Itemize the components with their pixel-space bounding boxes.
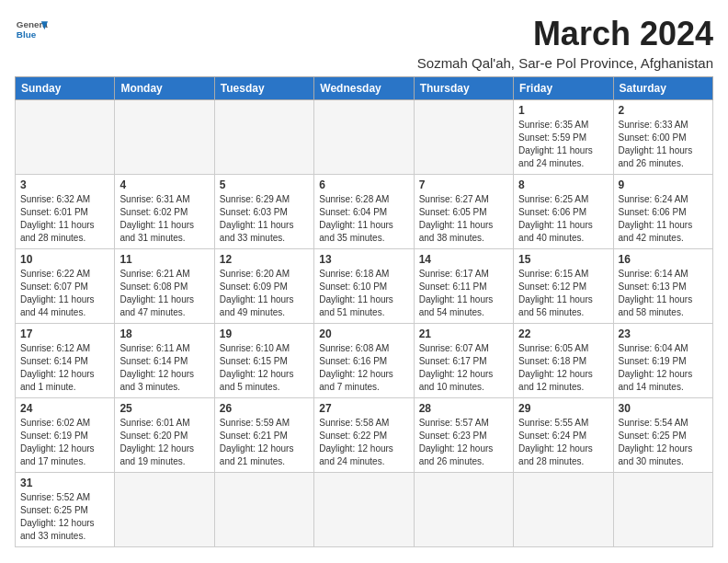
calendar-cell: 24Sunrise: 6:02 AM Sunset: 6:19 PM Dayli… (16, 398, 115, 473)
calendar-cell (16, 100, 115, 175)
calendar-cell (314, 100, 414, 175)
day-number: 10 (20, 253, 109, 266)
day-number: 13 (319, 253, 408, 266)
calendar-cell (414, 473, 513, 547)
day-info: Sunrise: 6:24 AM Sunset: 6:06 PM Dayligh… (619, 193, 708, 245)
calendar-cell: 23Sunrise: 6:04 AM Sunset: 6:19 PM Dayli… (613, 324, 712, 398)
day-number: 4 (119, 178, 209, 191)
day-number: 6 (319, 178, 408, 191)
calendar-cell (613, 473, 712, 547)
day-number: 19 (220, 327, 309, 340)
calendar-week-3: 10Sunrise: 6:22 AM Sunset: 6:07 PM Dayli… (16, 249, 713, 324)
logo: 🌐 General Blue (15, 15, 48, 48)
calendar-cell (414, 100, 513, 175)
day-header-tuesday: Tuesday (214, 77, 313, 100)
calendar-week-5: 24Sunrise: 6:02 AM Sunset: 6:19 PM Dayli… (16, 398, 713, 473)
calendar-cell: 10Sunrise: 6:22 AM Sunset: 6:07 PM Dayli… (16, 249, 115, 324)
calendar-cell: 11Sunrise: 6:21 AM Sunset: 6:08 PM Dayli… (115, 249, 214, 324)
calendar-cell: 17Sunrise: 6:12 AM Sunset: 6:14 PM Dayli… (16, 324, 115, 398)
calendar-week-6: 31Sunrise: 5:52 AM Sunset: 6:25 PM Dayli… (16, 473, 713, 547)
day-number: 18 (119, 327, 209, 340)
location-subtitle: Sozmah Qal'ah, Sar-e Pol Province, Afgha… (417, 55, 713, 71)
day-info: Sunrise: 6:35 AM Sunset: 5:59 PM Dayligh… (518, 119, 608, 170)
day-number: 25 (119, 402, 209, 415)
day-info: Sunrise: 6:32 AM Sunset: 6:01 PM Dayligh… (20, 193, 109, 245)
calendar-week-1: 1Sunrise: 6:35 AM Sunset: 5:59 PM Daylig… (16, 100, 713, 175)
day-number: 28 (419, 402, 508, 415)
day-header-sunday: Sunday (16, 77, 115, 100)
calendar-cell: 15Sunrise: 6:15 AM Sunset: 6:12 PM Dayli… (514, 249, 613, 324)
calendar-header-row: SundayMondayTuesdayWednesdayThursdayFrid… (16, 77, 713, 100)
calendar-cell: 6Sunrise: 6:28 AM Sunset: 6:04 PM Daylig… (314, 175, 414, 249)
day-number: 15 (518, 253, 608, 266)
day-header-saturday: Saturday (613, 77, 712, 100)
day-info: Sunrise: 6:15 AM Sunset: 6:12 PM Dayligh… (518, 268, 608, 319)
day-info: Sunrise: 6:31 AM Sunset: 6:02 PM Dayligh… (119, 193, 209, 245)
calendar-cell: 4Sunrise: 6:31 AM Sunset: 6:02 PM Daylig… (115, 175, 214, 249)
day-number: 29 (518, 402, 608, 415)
day-info: Sunrise: 6:14 AM Sunset: 6:13 PM Dayligh… (619, 268, 708, 319)
day-info: Sunrise: 6:20 AM Sunset: 6:09 PM Dayligh… (220, 268, 309, 319)
day-info: Sunrise: 6:02 AM Sunset: 6:19 PM Dayligh… (20, 417, 109, 468)
day-header-monday: Monday (115, 77, 214, 100)
day-header-thursday: Thursday (414, 77, 513, 100)
month-year-title: March 2024 (417, 15, 713, 53)
day-number: 3 (20, 178, 109, 191)
calendar-cell: 2Sunrise: 6:33 AM Sunset: 6:00 PM Daylig… (613, 100, 712, 175)
day-info: Sunrise: 5:52 AM Sunset: 6:25 PM Dayligh… (20, 491, 109, 543)
day-info: Sunrise: 6:04 AM Sunset: 6:19 PM Dayligh… (619, 342, 708, 394)
calendar-cell: 8Sunrise: 6:25 AM Sunset: 6:06 PM Daylig… (514, 175, 613, 249)
day-info: Sunrise: 5:58 AM Sunset: 6:22 PM Dayligh… (319, 417, 408, 468)
calendar-table: SundayMondayTuesdayWednesdayThursdayFrid… (15, 76, 713, 547)
day-info: Sunrise: 6:27 AM Sunset: 6:05 PM Dayligh… (419, 193, 508, 245)
day-info: Sunrise: 6:11 AM Sunset: 6:14 PM Dayligh… (119, 342, 209, 394)
logo-icon: 🌐 General Blue (15, 15, 48, 48)
calendar-cell (115, 100, 214, 175)
calendar-week-2: 3Sunrise: 6:32 AM Sunset: 6:01 PM Daylig… (16, 175, 713, 249)
calendar-cell: 16Sunrise: 6:14 AM Sunset: 6:13 PM Dayli… (613, 249, 712, 324)
day-info: Sunrise: 6:28 AM Sunset: 6:04 PM Dayligh… (319, 193, 408, 245)
calendar-cell: 12Sunrise: 6:20 AM Sunset: 6:09 PM Dayli… (214, 249, 313, 324)
calendar-cell: 1Sunrise: 6:35 AM Sunset: 5:59 PM Daylig… (514, 100, 613, 175)
day-number: 30 (619, 402, 708, 415)
day-info: Sunrise: 6:01 AM Sunset: 6:20 PM Dayligh… (119, 417, 209, 468)
calendar-cell: 25Sunrise: 6:01 AM Sunset: 6:20 PM Dayli… (115, 398, 214, 473)
day-info: Sunrise: 6:33 AM Sunset: 6:00 PM Dayligh… (619, 119, 708, 170)
calendar-cell: 19Sunrise: 6:10 AM Sunset: 6:15 PM Dayli… (214, 324, 313, 398)
page-header: 🌐 General Blue March 2024 Sozmah Qal'ah,… (15, 15, 713, 71)
day-number: 31 (20, 477, 109, 489)
day-info: Sunrise: 5:59 AM Sunset: 6:21 PM Dayligh… (220, 417, 309, 468)
day-info: Sunrise: 6:10 AM Sunset: 6:15 PM Dayligh… (220, 342, 309, 394)
day-info: Sunrise: 5:57 AM Sunset: 6:23 PM Dayligh… (419, 417, 508, 468)
day-number: 26 (220, 402, 309, 415)
day-number: 14 (419, 253, 508, 266)
day-info: Sunrise: 6:17 AM Sunset: 6:11 PM Dayligh… (419, 268, 508, 319)
calendar-cell (214, 100, 313, 175)
day-info: Sunrise: 6:05 AM Sunset: 6:18 PM Dayligh… (518, 342, 608, 394)
day-info: Sunrise: 5:54 AM Sunset: 6:25 PM Dayligh… (619, 417, 708, 468)
calendar-cell: 22Sunrise: 6:05 AM Sunset: 6:18 PM Dayli… (514, 324, 613, 398)
day-number: 9 (619, 178, 708, 191)
calendar-cell (514, 473, 613, 547)
calendar-cell: 7Sunrise: 6:27 AM Sunset: 6:05 PM Daylig… (414, 175, 513, 249)
day-info: Sunrise: 6:07 AM Sunset: 6:17 PM Dayligh… (419, 342, 508, 394)
calendar-cell: 31Sunrise: 5:52 AM Sunset: 6:25 PM Dayli… (16, 473, 115, 547)
calendar-cell: 20Sunrise: 6:08 AM Sunset: 6:16 PM Dayli… (314, 324, 414, 398)
calendar-cell: 5Sunrise: 6:29 AM Sunset: 6:03 PM Daylig… (214, 175, 313, 249)
day-number: 22 (518, 327, 608, 340)
calendar-cell: 27Sunrise: 5:58 AM Sunset: 6:22 PM Dayli… (314, 398, 414, 473)
day-info: Sunrise: 6:25 AM Sunset: 6:06 PM Dayligh… (518, 193, 608, 245)
day-number: 2 (619, 104, 708, 117)
calendar-cell: 18Sunrise: 6:11 AM Sunset: 6:14 PM Dayli… (115, 324, 214, 398)
day-info: Sunrise: 6:12 AM Sunset: 6:14 PM Dayligh… (20, 342, 109, 394)
calendar-cell (115, 473, 214, 547)
day-number: 16 (619, 253, 708, 266)
day-number: 8 (518, 178, 608, 191)
day-number: 23 (619, 327, 708, 340)
day-number: 24 (20, 402, 109, 415)
calendar-cell: 13Sunrise: 6:18 AM Sunset: 6:10 PM Dayli… (314, 249, 414, 324)
day-number: 17 (20, 327, 109, 340)
day-header-friday: Friday (514, 77, 613, 100)
calendar-week-4: 17Sunrise: 6:12 AM Sunset: 6:14 PM Dayli… (16, 324, 713, 398)
day-number: 11 (119, 253, 209, 266)
